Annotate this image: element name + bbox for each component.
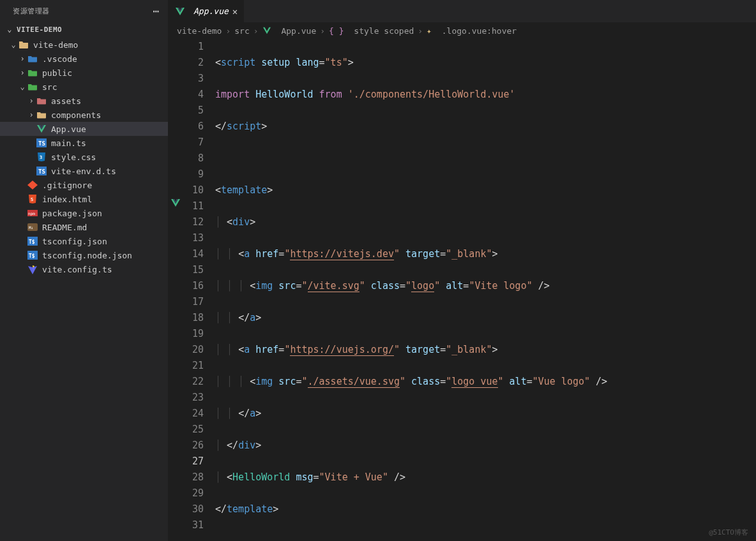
tree-folder-src[interactable]: ⌄src [0, 80, 168, 94]
breadcrumb-item[interactable]: ✦ .logo.vue:hover [427, 26, 517, 36]
css-file-icon: 3 [36, 151, 47, 163]
svg-text:T$: T$ [29, 239, 35, 245]
svg-text:T$: T$ [29, 253, 35, 259]
chevron-right-icon: › [27, 96, 36, 105]
tree-folder-assets[interactable]: ›assets [0, 94, 168, 108]
npm-file-icon: npm [27, 207, 38, 219]
breadcrumb-item[interactable]: { } style scoped [329, 26, 414, 36]
folder-open-icon [18, 39, 29, 50]
chevron-right-icon: › [320, 26, 325, 36]
tabs-bar: App.vue ✕ [168, 0, 756, 22]
tree-file-maints[interactable]: TSmain.ts [0, 136, 168, 150]
markdown-file-icon: M↓ [27, 221, 38, 233]
tree-folder-vscode[interactable]: ›.vscode [0, 52, 168, 66]
tab-appvue[interactable]: App.vue ✕ [168, 0, 244, 22]
chevron-down-icon: ⌄ [9, 40, 18, 49]
editor-area: App.vue ✕ vite-demo› src› App.vue› { } s… [168, 0, 756, 541]
chevron-down-icon: ⌄ [5, 25, 14, 34]
more-actions-icon[interactable]: ⋯ [153, 5, 159, 17]
tree-file-viteconfig[interactable]: vite.config.ts [0, 262, 168, 276]
chevron-right-icon: › [253, 26, 259, 36]
breadcrumb-item[interactable]: src [234, 26, 249, 36]
project-header[interactable]: ⌄ VITEE-DEMO [0, 22, 168, 36]
tree-folder-components[interactable]: ›components [0, 108, 168, 122]
tree-file-gitignore[interactable]: .gitignore [0, 178, 168, 192]
breadcrumb-item[interactable]: vite-demo [177, 26, 222, 36]
chevron-right-icon: › [418, 26, 423, 36]
tree-folder-public[interactable]: ›public [0, 66, 168, 80]
svg-text:M↓: M↓ [29, 225, 33, 230]
tsconfig-file-icon: T$ [27, 235, 38, 247]
tab-label: App.vue [193, 6, 229, 16]
watermark: @51CTO博客 [709, 528, 748, 537]
chevron-right-icon: › [27, 110, 36, 119]
chevron-right-icon: › [18, 68, 27, 77]
tree-file-viteenv[interactable]: TSvite-env.d.ts [0, 164, 168, 178]
svg-text:TS: TS [38, 140, 45, 147]
gutter-decorations [168, 39, 185, 541]
svg-text:3: 3 [40, 155, 42, 160]
chevron-right-icon: › [18, 54, 27, 63]
ts-file-icon: TS [36, 165, 47, 177]
tree-file-stylecss[interactable]: 3style.css [0, 150, 168, 164]
folder-public-icon [27, 67, 38, 78]
vite-file-icon [27, 263, 38, 275]
svg-text:TS: TS [38, 168, 45, 175]
folder-src-icon [27, 81, 38, 93]
svg-text:npm: npm [28, 211, 35, 216]
folder-assets-icon [36, 95, 47, 107]
sidebar-title: 资源管理器 [13, 6, 50, 16]
folder-vscode-icon [27, 53, 38, 64]
tree-file-readme[interactable]: M↓README.md [0, 220, 168, 234]
tree-file-tsconfignode[interactable]: T$tsconfig.node.json [0, 248, 168, 262]
tree-file-tsconfig[interactable]: T$tsconfig.json [0, 234, 168, 248]
folder-components-icon [36, 109, 47, 121]
breadcrumb-item[interactable]: App.vue [262, 26, 317, 36]
git-file-icon [27, 179, 38, 191]
line-numbers: 1234567891011121314151617181920212223242… [185, 39, 215, 541]
html-file-icon: 5 [27, 193, 38, 205]
tree-file-indexhtml[interactable]: 5index.html [0, 192, 168, 206]
explorer-sidebar: 资源管理器 ⋯ ⌄ VITEE-DEMO ⌄vite-demo ›.vscode… [0, 0, 168, 541]
vue-file-icon [36, 123, 47, 135]
breadcrumbs[interactable]: vite-demo› src› App.vue› { } style scope… [168, 22, 756, 39]
svg-text:5: 5 [31, 197, 33, 202]
tsconfig-file-icon: T$ [27, 249, 38, 261]
file-tree: ⌄vite-demo ›.vscode ›public ⌄src ›assets… [0, 36, 168, 541]
vue-gutter-icon [170, 198, 181, 207]
chevron-down-icon: ⌄ [18, 82, 27, 91]
vue-file-icon [174, 6, 186, 17]
sidebar-header: 资源管理器 ⋯ [0, 0, 168, 22]
tree-file-packagejson[interactable]: npmpackage.json [0, 206, 168, 220]
tree-folder-root[interactable]: ⌄vite-demo [0, 38, 168, 52]
chevron-right-icon: › [225, 26, 231, 36]
code-content[interactable]: <script setup lang="ts"> import HelloWor… [215, 39, 756, 541]
tree-file-appvue[interactable]: App.vue [0, 122, 168, 136]
close-icon[interactable]: ✕ [232, 6, 238, 17]
code-editor[interactable]: 1234567891011121314151617181920212223242… [168, 39, 756, 541]
project-name: VITEE-DEMO [17, 26, 62, 34]
ts-file-icon: TS [36, 137, 47, 149]
